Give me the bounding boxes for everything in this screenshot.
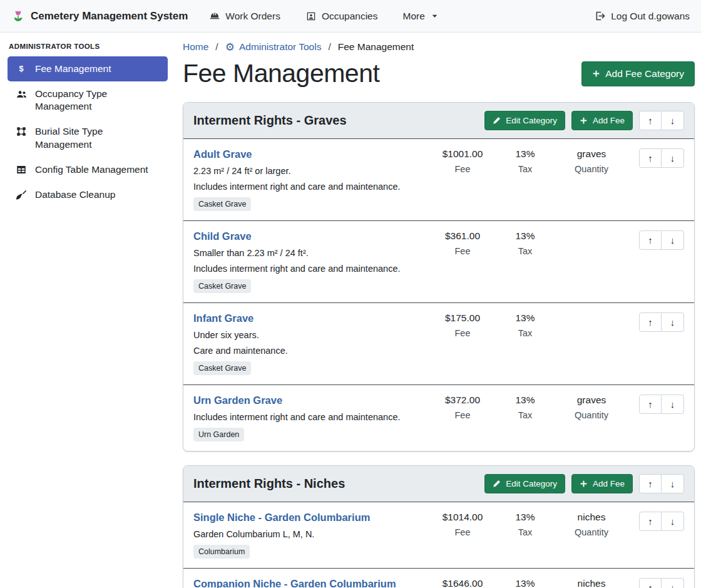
quantity-column: graves Quantity: [556, 148, 627, 174]
move-category-up-button[interactable]: ↑: [639, 111, 662, 130]
gear-icon: ⚙: [225, 42, 235, 53]
move-fee-down-button[interactable]: ↓: [662, 148, 684, 168]
page-title: Fee Management: [183, 59, 379, 88]
fee-description: Includes interment right and care and ma…: [193, 412, 431, 422]
pencil-icon: [493, 480, 501, 488]
main-content: Home / ⚙ Administrator Tools / Fee Manag…: [175, 33, 701, 588]
sidebar-item-fee-management[interactable]: $ Fee Management: [8, 56, 168, 81]
content-area: ADMINISTRATOR TOOLS $ Fee Management Occ…: [0, 33, 701, 588]
fee-type-badge: Casket Grave: [193, 361, 251, 375]
category-title: Interment Rights - Niches: [193, 477, 345, 491]
move-category-down-button[interactable]: ↓: [662, 474, 684, 493]
move-fee-up-button[interactable]: ↑: [639, 312, 662, 332]
edit-category-button[interactable]: Edit Category: [484, 474, 565, 493]
fee-description: Under six years.: [193, 330, 431, 340]
edit-category-label: Edit Category: [506, 479, 557, 488]
plus-icon: [580, 116, 588, 125]
brand[interactable]: Cemetery Management System: [11, 9, 188, 23]
quantity-unit: graves: [556, 148, 627, 160]
sidebar-item-label: Database Cleanup: [35, 188, 115, 201]
fee-name-link[interactable]: Child Grave: [193, 230, 252, 242]
sidebar-item-database-cleanup[interactable]: Database Cleanup: [8, 182, 168, 207]
add-fee-button[interactable]: Add Fee: [571, 111, 633, 130]
nav-item-label: Occupancies: [322, 11, 378, 22]
edit-category-button[interactable]: Edit Category: [484, 111, 565, 130]
move-fee-up-button[interactable]: ↑: [639, 148, 662, 168]
sidebar-item-config-table-management[interactable]: Config Table Management: [8, 157, 168, 182]
plus-icon: [580, 480, 588, 488]
quantity-column: niches Quantity: [556, 512, 627, 537]
table-icon: [15, 164, 28, 175]
fee-amount: $361.00: [431, 230, 494, 242]
fee-row: Adult Grave 2.23 m² / 24 ft² or larger.I…: [183, 139, 694, 220]
fee-category-card-interment-rights-graves: Interment Rights - Graves Edit Category …: [183, 102, 695, 451]
fee-type-badge: Casket Grave: [193, 197, 251, 211]
tax-rate: 13%: [494, 578, 556, 588]
fee-name-link[interactable]: Infant Grave: [193, 312, 253, 324]
fee-reorder-group: ↑ ↓: [639, 395, 684, 414]
fee-name-link[interactable]: Urn Garden Grave: [193, 395, 282, 406]
fee-amount-column: $1646.00 Fee: [431, 578, 494, 588]
nav-item-occupancies[interactable]: Occupancies: [305, 11, 378, 22]
move-fee-down-button[interactable]: ↓: [662, 512, 684, 531]
fee-amount-label: Fee: [431, 246, 494, 256]
move-fee-up-button[interactable]: ↑: [639, 230, 662, 250]
tax-column: 13% Tax: [494, 312, 556, 338]
category-actions: Edit Category Add Fee ↑ ↓: [484, 111, 684, 130]
move-fee-down-button[interactable]: ↓: [662, 230, 684, 250]
quantity-label: Quantity: [556, 527, 627, 537]
move-fee-down-button[interactable]: ↓: [662, 312, 684, 332]
fee-description: Smaller than 2.23 m² / 24 ft².: [193, 248, 431, 258]
fee-details: Child Grave Smaller than 2.23 m² / 24 ft…: [193, 230, 431, 293]
edit-category-label: Edit Category: [506, 116, 557, 125]
move-fee-down-button[interactable]: ↓: [662, 578, 684, 588]
plus-icon: [592, 70, 600, 78]
fee-details: Companion Niche - Garden Columbarium Gar…: [193, 578, 431, 588]
dollar-icon: $: [15, 63, 28, 75]
fee-row: Single Niche - Garden Columbarium Garden…: [183, 502, 694, 568]
fee-description: Garden Columbarium L, M, N.: [193, 529, 431, 539]
move-fee-up-button[interactable]: ↑: [639, 512, 662, 531]
fee-reorder-group: ↑ ↓: [639, 512, 684, 531]
quantity-label: Quantity: [556, 410, 627, 420]
move-fee-up-button[interactable]: ↑: [639, 578, 662, 588]
logout-icon: [594, 10, 606, 22]
category-header: Interment Rights - Niches Edit Category …: [183, 466, 694, 502]
sidebar-item-burial-site-type-management[interactable]: Burial Site Type Management: [8, 119, 168, 157]
tax-rate: 13%: [494, 148, 556, 160]
tax-column: 13% Tax: [494, 230, 556, 256]
nav-item-work-orders[interactable]: Work Orders: [209, 11, 280, 22]
fee-details: Single Niche - Garden Columbarium Garden…: [193, 512, 431, 559]
add-fee-category-button[interactable]: Add Fee Category: [581, 61, 695, 86]
fee-row: Companion Niche - Garden Columbarium Gar…: [183, 568, 694, 588]
sidebar-nav: $ Fee Management Occupancy Type Manageme…: [8, 56, 168, 207]
sidebar-item-occupancy-type-management[interactable]: Occupancy Type Management: [8, 81, 168, 119]
fee-type-badge: Columbarium: [193, 545, 250, 559]
quantity-column: [556, 230, 627, 235]
tax-column: 13% Tax: [494, 512, 556, 537]
navbar-menu: Work OrdersOccupanciesMore: [209, 11, 438, 22]
nav-item-more[interactable]: More: [403, 11, 438, 22]
sidebar-heading: ADMINISTRATOR TOOLS: [9, 43, 168, 50]
move-fee-down-button[interactable]: ↓: [662, 395, 684, 414]
sidebar: ADMINISTRATOR TOOLS $ Fee Management Occ…: [0, 33, 175, 588]
breadcrumb-admin-tools[interactable]: ⚙ Administrator Tools: [225, 41, 322, 53]
move-category-up-button[interactable]: ↑: [639, 474, 662, 493]
tax-rate: 13%: [494, 312, 556, 324]
move-fee-up-button[interactable]: ↑: [639, 395, 662, 414]
add-fee-button[interactable]: Add Fee: [571, 474, 633, 493]
fee-amount-label: Fee: [431, 164, 494, 174]
quantity-column: [556, 312, 627, 317]
fee-name-link[interactable]: Adult Grave: [193, 148, 252, 160]
fee-row: Infant Grave Under six years.Care and ma…: [183, 302, 694, 384]
move-category-down-button[interactable]: ↓: [662, 111, 684, 130]
breadcrumb-home[interactable]: Home: [183, 41, 208, 53]
breadcrumb-separator: /: [215, 41, 218, 53]
fee-name-link[interactable]: Single Niche - Garden Columbarium: [193, 512, 370, 524]
tax-column: 13% Tax: [494, 148, 556, 174]
fee-description: Care and maintenance.: [193, 346, 431, 356]
fee-amount: $175.00: [431, 312, 494, 324]
fee-category-card-interment-rights-niches: Interment Rights - Niches Edit Category …: [183, 465, 695, 588]
fee-name-link[interactable]: Companion Niche - Garden Columbarium: [193, 578, 396, 588]
logout-link[interactable]: Log Out d.gowans: [594, 10, 690, 22]
